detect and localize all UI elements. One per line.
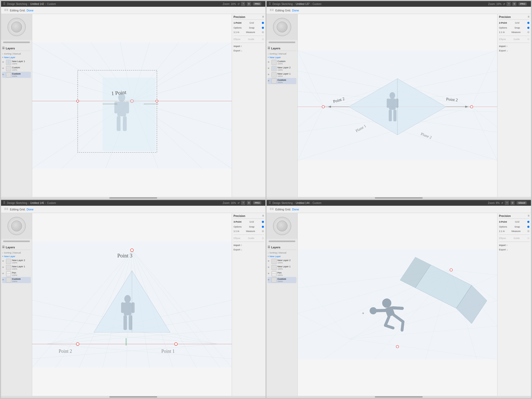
- eye-icon-bl-2[interactable]: 👁: [2, 272, 5, 275]
- zoom-slider-br[interactable]: [269, 241, 295, 242]
- eye-icon-br-2[interactable]: 👁: [268, 272, 271, 275]
- eye-icon-tl-1[interactable]: 👁: [2, 67, 5, 70]
- eye-icon-br-3[interactable]: 👁: [268, 279, 271, 281]
- sorting-row-bl[interactable]: ↕ Sorting | Manual: [2, 251, 31, 255]
- import-btn-bl[interactable]: Import ↑: [234, 243, 264, 247]
- precision-measure-dot-tr[interactable]: [527, 31, 529, 33]
- precision-snap-dot-bl[interactable]: [262, 226, 264, 228]
- settings-btn-br[interactable]: ⚙: [510, 201, 515, 205]
- eye-icon-bl-3[interactable]: 👁: [2, 279, 5, 281]
- compass-bl[interactable]: [8, 217, 26, 235]
- zoom-slider-tr[interactable]: [269, 42, 295, 43]
- scrollbar-thumb-tr[interactable]: [375, 197, 422, 198]
- eye-icon-tl-0[interactable]: 👁: [2, 61, 5, 64]
- layer-item-tr-3[interactable]: 👁 Custom 100%: [268, 78, 296, 84]
- layer-item-tr-2[interactable]: 👁 New Layer 1 100%: [268, 72, 296, 78]
- zoom-slider-tl[interactable]: [3, 42, 30, 43]
- layer-item-tl-2[interactable]: 👁 Custom 100%: [2, 72, 31, 78]
- eye-icon-tr-2[interactable]: 👁: [268, 74, 271, 76]
- precision-measure-dot-tl[interactable]: [262, 31, 264, 33]
- eye-icon-br-1[interactable]: 👁: [268, 266, 271, 269]
- doc-type-tr[interactable]: Custom: [312, 3, 321, 5]
- doc-type-br[interactable]: Custom: [312, 202, 321, 204]
- precision-measure-dot-bl[interactable]: [262, 230, 264, 232]
- bottom-scrollbar-bl[interactable]: [1, 396, 265, 398]
- export-btn-br[interactable]: Export ↓: [499, 248, 529, 251]
- compass-area-tr[interactable]: [267, 14, 297, 40]
- eye-icon-tl-2[interactable]: 👁: [2, 74, 5, 76]
- rotate-icon-br[interactable]: ↺: [501, 202, 503, 204]
- export-btn-bl[interactable]: Export ↓: [234, 248, 264, 251]
- sorting-row-tl[interactable]: ↕ Sorting | Manual: [2, 52, 31, 56]
- doc-name-bl[interactable]: Untitled 145: [30, 202, 44, 204]
- doc-name-br[interactable]: Untitled 144: [296, 202, 309, 204]
- doc-type-bl[interactable]: Custom: [47, 202, 56, 204]
- layer-item-bl-2[interactable]: 👁 Pen 100%: [2, 271, 31, 277]
- sorting-row-br[interactable]: ↕ Sorting | Manual: [268, 251, 296, 255]
- compass-tr[interactable]: [273, 18, 291, 36]
- settings-btn-bl[interactable]: ⚙: [247, 201, 251, 205]
- settings-btn-tl[interactable]: ⚙: [247, 2, 251, 6]
- layer-item-br-2[interactable]: 👁 Pen 100%: [268, 271, 296, 277]
- compass-tl[interactable]: [8, 18, 26, 36]
- new-layer-btn-br[interactable]: + New Layer: [268, 255, 296, 258]
- new-layer-btn-tl[interactable]: + New Layer: [2, 56, 31, 59]
- layer-item-tr-0[interactable]: 👁 Custom 100%: [268, 59, 296, 65]
- eye-icon-tr-0[interactable]: 👁: [268, 61, 271, 64]
- layer-item-tr-1[interactable]: 👁 New Layer 2 100%: [268, 65, 296, 72]
- done-btn-bl[interactable]: Done: [27, 208, 34, 211]
- sorting-row-tr[interactable]: ↕ Sorting | Manual: [268, 52, 296, 56]
- eye-icon-br-0[interactable]: 👁: [268, 260, 271, 263]
- canvas-br[interactable]: ✦: [298, 213, 497, 396]
- precision-snap-dot-tl[interactable]: [262, 27, 264, 29]
- precision-measure-dot-br[interactable]: [527, 230, 529, 232]
- layer-item-br-0[interactable]: 👁 New Layer 2 100%: [268, 258, 296, 264]
- compass-area-br[interactable]: [267, 213, 297, 239]
- bottom-scrollbar-br[interactable]: [267, 396, 531, 398]
- canvas-tr[interactable]: Point 2 Point 2 Plane 1 Plane 2: [298, 14, 497, 197]
- precision-snap-dot-br[interactable]: [527, 226, 529, 228]
- done-btn-br[interactable]: Done: [292, 208, 299, 211]
- layer-item-br-1[interactable]: 👁 New Layer 1 100%: [268, 264, 296, 271]
- scrollbar-thumb-bl[interactable]: [109, 396, 157, 397]
- new-layer-btn-tr[interactable]: + New Layer: [268, 56, 296, 59]
- rotate-icon-tr[interactable]: ↺: [503, 3, 505, 5]
- import-btn-tl[interactable]: Import ↑: [234, 44, 264, 48]
- bottom-scrollbar-tl[interactable]: [1, 197, 265, 199]
- rotate-icon-tl[interactable]: ↺: [237, 3, 240, 5]
- compass-area-bl[interactable]: [1, 213, 32, 239]
- import-btn-tr[interactable]: Import ↑: [499, 44, 529, 48]
- rotate-icon-bl[interactable]: ↺: [237, 202, 240, 204]
- scrollbar-thumb-tl[interactable]: [109, 197, 157, 198]
- import-btn-br[interactable]: Import ↑: [499, 243, 529, 247]
- eye-icon-tr-3[interactable]: 👁: [268, 80, 271, 82]
- compass-area-tl[interactable]: [1, 14, 32, 40]
- info-btn-bl[interactable]: ?: [241, 201, 245, 205]
- layer-item-tl-1[interactable]: 👁 Custom 100%: [2, 65, 31, 72]
- doc-type-tl[interactable]: Custom: [47, 3, 56, 5]
- bottom-scrollbar-tr[interactable]: [267, 197, 531, 199]
- canvas-bl[interactable]: Point 3 Point 2 Point 1: [32, 213, 232, 396]
- eye-icon-bl-1[interactable]: 👁: [2, 266, 5, 269]
- settings-btn-tr[interactable]: ⚙: [512, 2, 516, 6]
- doc-name-tl[interactable]: Untitled 142: [30, 3, 44, 5]
- precision-snap-dot-tr[interactable]: [527, 27, 529, 29]
- info-btn-tl[interactable]: ?: [241, 2, 245, 6]
- compass-br[interactable]: [273, 217, 291, 235]
- doc-name-tr[interactable]: Untitled 137: [296, 3, 309, 5]
- eye-icon-tr-1[interactable]: 👁: [268, 67, 271, 70]
- scrollbar-thumb-br[interactable]: [375, 396, 422, 397]
- layer-item-bl-1[interactable]: 👁 New Layer 1 100%: [2, 264, 31, 271]
- new-layer-btn-bl[interactable]: + New Layer: [2, 255, 31, 258]
- info-btn-tr[interactable]: ?: [507, 2, 511, 6]
- export-btn-tr[interactable]: Export ↓: [499, 49, 529, 52]
- eye-icon-bl-0[interactable]: 👁: [2, 260, 5, 263]
- export-btn-tl[interactable]: Export ↓: [234, 49, 264, 52]
- layer-item-tl-0[interactable]: 👁 New Layer 1 100%: [2, 59, 31, 65]
- layer-item-br-3[interactable]: 👁 Custom 100%: [268, 277, 296, 283]
- canvas-tl[interactable]: 1 Point: [32, 14, 232, 197]
- info-btn-br[interactable]: ?: [505, 201, 509, 205]
- layer-item-bl-0[interactable]: 👁 New Layer 2 100%: [2, 258, 31, 264]
- zoom-slider-bl[interactable]: [3, 241, 30, 242]
- done-btn-tr[interactable]: Done: [292, 9, 299, 12]
